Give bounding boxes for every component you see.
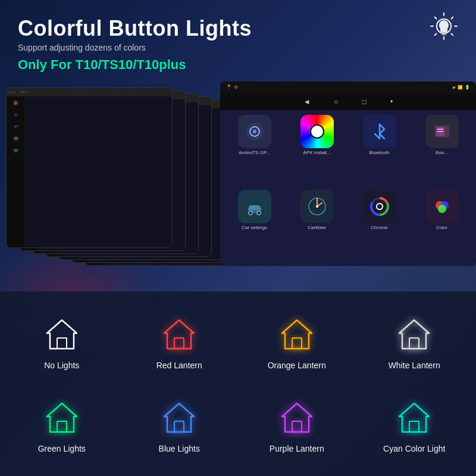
light-item-purple-lantern[interactable]: Purple Lantern [241,387,353,464]
bulb-icon [430,12,458,40]
svg-rect-29 [409,421,419,432]
light-item-cyan-color-light[interactable]: Cyan Color Light [359,387,471,464]
app-car-settings[interactable]: Car settings [225,190,284,261]
light-panel: No Lights Red Lantern [0,292,476,476]
house-icon-no-lights [41,314,83,356]
svg-rect-28 [292,421,302,432]
svg-rect-25 [409,338,419,349]
house-icon-white-lantern [393,314,435,356]
light-label-green-lights: Green Lights [38,444,86,454]
svg-rect-23 [174,338,184,349]
screen-stack: MIC RST ⏻ ⌂ ↩ ≪ ≫ MIC RST [6,87,250,266]
house-icon-blue-lights [158,397,200,439]
app-bluetooth[interactable]: Bluetooth [350,115,409,186]
svg-rect-2 [441,34,446,35]
svg-rect-27 [174,421,184,432]
nav-home[interactable]: ○ [334,98,339,106]
svg-point-18 [377,204,382,209]
nav-dot: • [390,98,393,106]
compatible-models: Only For T10/TS10/T10plus [18,57,458,73]
light-item-blue-lights[interactable]: Blue Lights [124,387,236,464]
light-item-white-lantern[interactable]: White Lantern [359,303,471,381]
page-subtitle: Support adjusting dozens of colors [18,43,458,52]
header-section: Colorful Button Lights Support adjusting… [0,0,476,79]
house-icon-green-lights [41,397,83,439]
light-label-orange-lantern: Orange Lantern [268,361,326,371]
nav-back[interactable]: ◄ [303,98,311,106]
app-androits[interactable]: AndroITS GP... [225,115,284,186]
screen-card-7: MIC RST ⏻ ⌂ ↩ ≪ ≫ [6,87,173,248]
light-item-orange-lantern[interactable]: Orange Lantern [241,303,353,381]
light-label-red-lantern: Red Lantern [156,361,202,371]
svg-point-11 [249,211,252,215]
nav-recent[interactable]: □ [362,98,367,106]
svg-rect-22 [57,338,67,349]
house-icon-cyan-color-light [393,397,435,439]
svg-point-12 [257,211,261,215]
svg-point-21 [438,205,446,213]
house-icon-orange-lantern [276,314,318,356]
app-carmate[interactable]: CarMate [287,190,346,261]
app-color[interactable]: Color [412,190,471,261]
light-label-cyan-color-light: Cyan Color Light [383,444,445,454]
light-grid: No Lights Red Lantern [0,292,476,476]
house-icon-red-lantern [158,314,200,356]
light-label-no-lights: No Lights [44,361,79,371]
light-label-purple-lantern: Purple Lantern [270,444,324,454]
app-apk[interactable]: APK Install... [287,115,346,186]
android-screen: 📍 ⚙ ▶ 📶 🔋 ◄ ○ □ • [220,82,476,266]
svg-rect-1 [441,32,447,34]
house-icon-purple-lantern [276,397,318,439]
app-books[interactable]: Boo... [412,115,471,186]
page-title: Colorful Button Lights [18,17,458,40]
svg-rect-26 [57,421,67,432]
light-label-blue-lights: Blue Lights [159,444,200,454]
svg-rect-24 [292,338,302,349]
light-item-no-lights[interactable]: No Lights [6,303,118,381]
svg-point-5 [253,130,256,133]
light-item-red-lantern[interactable]: Red Lantern [124,303,236,381]
screens-area: MIC RST ⏻ ⌂ ↩ ≪ ≫ MIC RST [0,82,476,284]
light-item-green-lights[interactable]: Green Lights [6,387,118,464]
light-label-white-lantern: White Lantern [389,361,440,371]
app-chrome[interactable]: Chrome [350,190,409,261]
svg-point-14 [316,205,318,208]
